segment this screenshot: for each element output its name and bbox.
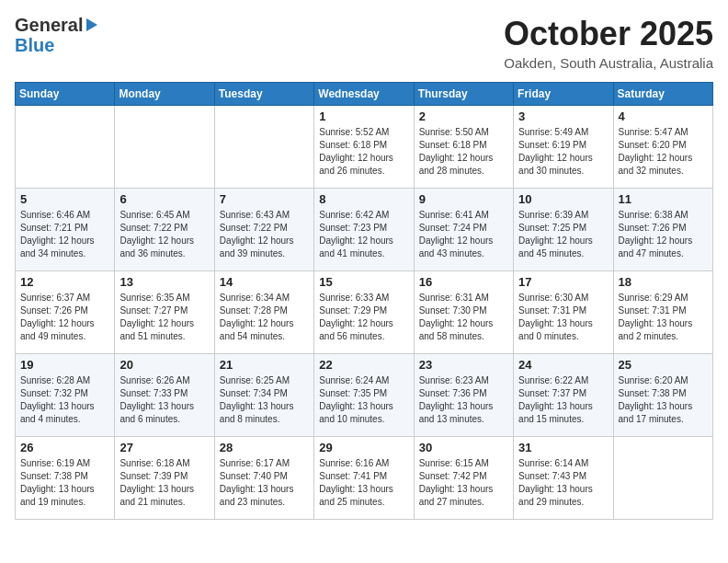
day-info: Sunrise: 6:38 AMSunset: 7:26 PMDaylight:… — [619, 209, 708, 260]
day-info: Sunrise: 6:19 AMSunset: 7:38 PMDaylight:… — [20, 457, 109, 509]
day-info: Sunrise: 6:28 AMSunset: 7:32 PMDaylight:… — [20, 374, 109, 426]
day-info: Sunrise: 6:35 AMSunset: 7:27 PMDaylight:… — [119, 292, 209, 343]
header-cell-thursday: Thursday — [414, 83, 513, 106]
day-number: 5 — [20, 192, 109, 206]
day-info: Sunrise: 6:22 AMSunset: 7:37 PMDaylight:… — [518, 374, 608, 426]
day-number: 8 — [319, 192, 408, 206]
page-header: General Blue October 2025 Oakden, South … — [15, 15, 713, 71]
day-info: Sunrise: 6:30 AMSunset: 7:31 PMDaylight:… — [518, 292, 608, 343]
day-info: Sunrise: 6:18 AMSunset: 7:39 PMDaylight:… — [119, 457, 209, 509]
day-info: Sunrise: 6:39 AMSunset: 7:25 PMDaylight:… — [518, 209, 608, 260]
calendar-cell: 27Sunrise: 6:18 AMSunset: 7:39 PMDayligh… — [115, 437, 214, 520]
calendar-cell — [115, 106, 214, 189]
calendar-cell — [16, 106, 115, 189]
day-number: 3 — [518, 109, 608, 123]
day-number: 22 — [319, 358, 408, 372]
day-info: Sunrise: 5:50 AMSunset: 6:18 PMDaylight:… — [419, 126, 508, 178]
logo: General Blue — [15, 15, 97, 55]
calendar-cell: 12Sunrise: 6:37 AMSunset: 7:26 PMDayligh… — [16, 271, 115, 354]
day-number: 7 — [220, 192, 309, 206]
day-number: 18 — [619, 275, 708, 289]
header-cell-saturday: Saturday — [613, 83, 712, 106]
calendar-cell: 28Sunrise: 6:17 AMSunset: 7:40 PMDayligh… — [214, 437, 313, 520]
day-number: 14 — [220, 275, 309, 289]
day-number: 2 — [419, 109, 508, 123]
day-info: Sunrise: 6:20 AMSunset: 7:38 PMDaylight:… — [619, 374, 708, 426]
day-info: Sunrise: 6:46 AMSunset: 7:21 PMDaylight:… — [20, 209, 109, 260]
calendar-cell: 18Sunrise: 6:29 AMSunset: 7:31 PMDayligh… — [613, 271, 712, 354]
day-number: 20 — [119, 358, 209, 372]
day-info: Sunrise: 6:41 AMSunset: 7:24 PMDaylight:… — [419, 209, 508, 260]
calendar-cell: 20Sunrise: 6:26 AMSunset: 7:33 PMDayligh… — [115, 354, 214, 437]
calendar-cell: 2Sunrise: 5:50 AMSunset: 6:18 PMDaylight… — [414, 106, 513, 189]
calendar-cell: 6Sunrise: 6:45 AMSunset: 7:22 PMDaylight… — [115, 189, 214, 271]
calendar-cell: 23Sunrise: 6:23 AMSunset: 7:36 PMDayligh… — [414, 354, 513, 437]
day-info: Sunrise: 6:17 AMSunset: 7:40 PMDaylight:… — [220, 457, 309, 509]
week-row-1: 1Sunrise: 5:52 AMSunset: 6:18 PMDaylight… — [16, 106, 713, 189]
day-number: 28 — [220, 441, 309, 454]
logo-arrow-icon — [86, 18, 97, 31]
day-number: 1 — [319, 109, 408, 123]
calendar-table: SundayMondayTuesdayWednesdayThursdayFrid… — [15, 82, 713, 520]
day-info: Sunrise: 6:15 AMSunset: 7:42 PMDaylight:… — [419, 457, 508, 509]
calendar-header: SundayMondayTuesdayWednesdayThursdayFrid… — [16, 83, 713, 106]
logo-blue: Blue — [15, 35, 97, 55]
week-row-5: 26Sunrise: 6:19 AMSunset: 7:38 PMDayligh… — [16, 437, 713, 520]
header-cell-friday: Friday — [514, 83, 613, 106]
logo-general: General — [15, 15, 83, 35]
calendar-cell — [613, 437, 712, 520]
day-number: 29 — [319, 441, 408, 454]
day-number: 11 — [619, 192, 708, 206]
day-info: Sunrise: 6:34 AMSunset: 7:28 PMDaylight:… — [220, 292, 309, 343]
calendar-cell: 9Sunrise: 6:41 AMSunset: 7:24 PMDaylight… — [414, 189, 513, 271]
logo-text-block: General Blue — [15, 15, 97, 55]
calendar-cell: 31Sunrise: 6:14 AMSunset: 7:43 PMDayligh… — [514, 437, 613, 520]
day-info: Sunrise: 6:24 AMSunset: 7:35 PMDaylight:… — [319, 374, 408, 426]
calendar-cell: 3Sunrise: 5:49 AMSunset: 6:19 PMDaylight… — [514, 106, 613, 189]
header-cell-wednesday: Wednesday — [314, 83, 414, 106]
calendar-cell: 25Sunrise: 6:20 AMSunset: 7:38 PMDayligh… — [613, 354, 712, 437]
day-info: Sunrise: 6:29 AMSunset: 7:31 PMDaylight:… — [619, 292, 708, 343]
day-info: Sunrise: 6:42 AMSunset: 7:23 PMDaylight:… — [319, 209, 408, 260]
week-row-4: 19Sunrise: 6:28 AMSunset: 7:32 PMDayligh… — [16, 354, 713, 437]
calendar-cell: 29Sunrise: 6:16 AMSunset: 7:41 PMDayligh… — [314, 437, 414, 520]
calendar-cell: 11Sunrise: 6:38 AMSunset: 7:26 PMDayligh… — [613, 189, 712, 271]
calendar-cell: 7Sunrise: 6:43 AMSunset: 7:22 PMDaylight… — [214, 189, 313, 271]
location-subtitle: Oakden, South Australia, Australia — [504, 55, 713, 71]
calendar-cell: 14Sunrise: 6:34 AMSunset: 7:28 PMDayligh… — [214, 271, 313, 354]
day-number: 12 — [20, 275, 109, 289]
week-row-3: 12Sunrise: 6:37 AMSunset: 7:26 PMDayligh… — [16, 271, 713, 354]
day-number: 9 — [419, 192, 508, 206]
calendar-cell: 10Sunrise: 6:39 AMSunset: 7:25 PMDayligh… — [514, 189, 613, 271]
day-number: 13 — [119, 275, 209, 289]
week-row-2: 5Sunrise: 6:46 AMSunset: 7:21 PMDaylight… — [16, 189, 713, 271]
calendar-cell: 8Sunrise: 6:42 AMSunset: 7:23 PMDaylight… — [314, 189, 414, 271]
day-info: Sunrise: 6:43 AMSunset: 7:22 PMDaylight:… — [220, 209, 309, 260]
day-info: Sunrise: 6:25 AMSunset: 7:34 PMDaylight:… — [220, 374, 309, 426]
header-cell-sunday: Sunday — [16, 83, 115, 106]
day-number: 23 — [419, 358, 508, 372]
day-number: 19 — [20, 358, 109, 372]
day-info: Sunrise: 5:47 AMSunset: 6:20 PMDaylight:… — [619, 126, 708, 178]
day-info: Sunrise: 6:26 AMSunset: 7:33 PMDaylight:… — [119, 374, 209, 426]
title-block: October 2025 Oakden, South Australia, Au… — [504, 15, 713, 71]
header-cell-monday: Monday — [115, 83, 214, 106]
calendar-cell: 16Sunrise: 6:31 AMSunset: 7:30 PMDayligh… — [414, 271, 513, 354]
calendar-cell: 4Sunrise: 5:47 AMSunset: 6:20 PMDaylight… — [613, 106, 712, 189]
day-info: Sunrise: 6:14 AMSunset: 7:43 PMDaylight:… — [518, 457, 608, 509]
day-info: Sunrise: 5:52 AMSunset: 6:18 PMDaylight:… — [319, 126, 408, 178]
calendar-cell: 24Sunrise: 6:22 AMSunset: 7:37 PMDayligh… — [514, 354, 613, 437]
calendar-cell: 17Sunrise: 6:30 AMSunset: 7:31 PMDayligh… — [514, 271, 613, 354]
calendar-cell: 26Sunrise: 6:19 AMSunset: 7:38 PMDayligh… — [16, 437, 115, 520]
calendar-cell: 22Sunrise: 6:24 AMSunset: 7:35 PMDayligh… — [314, 354, 414, 437]
day-number: 10 — [518, 192, 608, 206]
day-number: 31 — [518, 441, 608, 454]
calendar-cell: 21Sunrise: 6:25 AMSunset: 7:34 PMDayligh… — [214, 354, 313, 437]
header-row: SundayMondayTuesdayWednesdayThursdayFrid… — [16, 83, 713, 106]
day-number: 4 — [619, 109, 708, 123]
day-number: 21 — [220, 358, 309, 372]
header-cell-tuesday: Tuesday — [214, 83, 313, 106]
day-number: 25 — [619, 358, 708, 372]
day-info: Sunrise: 6:45 AMSunset: 7:22 PMDaylight:… — [119, 209, 209, 260]
day-info: Sunrise: 6:33 AMSunset: 7:29 PMDaylight:… — [319, 292, 408, 343]
